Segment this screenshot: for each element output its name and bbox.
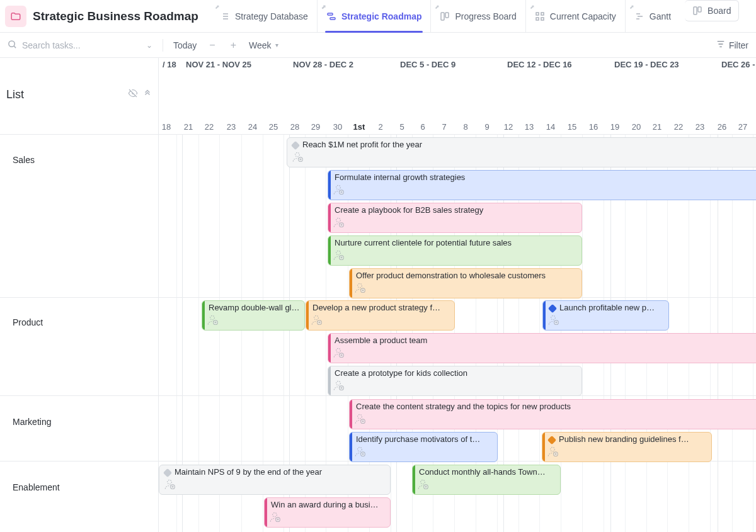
chevron-down-icon: ▾ — [275, 42, 278, 48]
svg-rect-9 — [698, 7, 701, 12]
timeline-icon — [326, 11, 336, 21]
milestone-icon — [547, 435, 556, 444]
day-header-cell: 16 — [585, 120, 602, 135]
assignee-add-icon[interactable] — [310, 314, 323, 328]
svg-point-27 — [336, 348, 341, 353]
group-label[interactable]: Marketing — [6, 407, 57, 432]
task-bar[interactable]: Conduct monthly all-hands Town… — [412, 465, 561, 495]
zoom-out-button[interactable]: − — [207, 40, 217, 51]
task-bar[interactable]: Launch profitable new p… — [542, 300, 669, 331]
assignee-add-icon[interactable] — [353, 412, 366, 427]
day-header-cell: 14 — [542, 120, 559, 135]
tab-gantt[interactable]: ⬈ Gantt — [625, 0, 680, 32]
week-header-cell: DEC 26 - — [718, 58, 756, 69]
week-header-cell: DEC 19 - DEC 23 — [610, 58, 718, 69]
svg-rect-3 — [445, 13, 449, 18]
tab-progress-board[interactable]: ⬈ Progress Board — [430, 0, 525, 32]
day-header-cell: 23 — [691, 120, 709, 135]
task-bar[interactable]: Develop a new product strategy f… — [306, 300, 455, 331]
assignee-add-icon[interactable] — [332, 249, 345, 263]
day-header-cell: 20 — [627, 120, 645, 135]
search-icon — [8, 40, 17, 51]
collapse-icon[interactable] — [143, 88, 152, 100]
task-bar[interactable]: Assemble a product team — [328, 333, 756, 363]
task-bar[interactable]: Nurture current clientele for potential … — [328, 235, 582, 266]
task-bar[interactable]: Publish new branding guidelines f… — [542, 432, 712, 462]
week-header-cell: DEC 5 - DEC 9 — [396, 58, 503, 69]
task-title: Formulate internal growth strategies — [335, 173, 465, 182]
bars-container: Reach $1M net profit for the yearFormula… — [159, 135, 756, 532]
assignee-add-icon[interactable] — [416, 478, 429, 492]
list-label: List — [6, 88, 24, 101]
assignee-add-icon[interactable] — [332, 183, 345, 198]
svg-point-23 — [314, 315, 319, 320]
tab-label: Progress Board — [455, 11, 516, 21]
weeks-header: / 18NOV 21 - NOV 25NOV 28 - DEC 2DEC 5 -… — [159, 58, 756, 73]
pin-icon: ⬈ — [215, 4, 220, 10]
task-bar[interactable]: Offer product demonstration to wholesale… — [349, 268, 582, 298]
task-bar[interactable]: Reach $1M net profit for the year — [287, 137, 756, 167]
assignee-add-icon[interactable] — [268, 511, 281, 525]
assignee-add-icon[interactable] — [332, 216, 345, 230]
svg-point-19 — [358, 283, 362, 288]
task-bar[interactable]: Revamp double-wall gl… — [202, 300, 305, 331]
week-header-cell: NOV 28 - DEC 2 — [289, 58, 396, 69]
task-bar[interactable]: Identify purchase motivators of t… — [349, 432, 498, 462]
day-header-cell: 19 — [606, 120, 624, 135]
grid-icon — [535, 11, 545, 21]
header-bar: Strategic Business Roadmap ⬈ Strategy Da… — [0, 0, 756, 33]
task-bar[interactable]: Create the content strategy and the topi… — [349, 399, 756, 429]
day-header-cell: 24 — [244, 120, 261, 135]
day-header-cell: 6 — [414, 120, 432, 135]
search-input[interactable] — [22, 40, 135, 50]
task-bar[interactable]: Create a playbook for B2B sales strategy — [328, 203, 582, 233]
day-header-cell: 21 — [180, 120, 197, 135]
tab-strategic-roadmap[interactable]: ⬈ Strategic Roadmap — [317, 0, 431, 32]
chevron-down-icon[interactable]: ⌄ — [146, 41, 152, 50]
svg-point-35 — [551, 447, 555, 451]
task-title: Identify purchase motivators of t… — [356, 434, 480, 444]
board-icon — [440, 11, 450, 21]
svg-point-33 — [358, 447, 362, 451]
tab-board[interactable]: Board — [685, 0, 739, 21]
task-title: Publish new branding guidelines f… — [559, 434, 689, 444]
task-bar[interactable]: Formulate internal growth strategies — [328, 170, 756, 200]
zoom-in-button[interactable]: + — [228, 40, 239, 51]
task-bar[interactable]: Win an award during a busi… — [264, 497, 391, 528]
toolbar: ⌄ Today − + Week ▾ Filter — [0, 33, 756, 58]
assignee-add-icon[interactable] — [332, 346, 345, 361]
svg-point-17 — [336, 251, 341, 255]
timeline-area[interactable]: / 18NOV 21 - NOV 25NOV 28 - DEC 2DEC 5 -… — [159, 58, 756, 532]
assignee-add-icon[interactable] — [547, 314, 559, 328]
group-label[interactable]: Sales — [6, 145, 41, 170]
tab-strategy-database[interactable]: ⬈ Strategy Database — [211, 0, 317, 32]
task-title: Nurture current clientele for potential … — [335, 238, 512, 247]
assignee-add-icon[interactable] — [291, 150, 304, 165]
today-button[interactable]: Today — [173, 40, 197, 50]
project-folder-icon[interactable] — [5, 6, 26, 27]
pin-icon: ⬈ — [530, 4, 535, 10]
assignee-add-icon[interactable] — [206, 314, 219, 328]
task-bar[interactable]: Create a prototype for kids collection — [328, 366, 582, 396]
group-label[interactable]: Product — [6, 307, 49, 332]
assignee-add-icon[interactable] — [546, 445, 559, 460]
hide-icon[interactable] — [128, 88, 138, 100]
tab-label: Strategic Roadmap — [341, 11, 422, 21]
day-header-cell: 7 — [435, 120, 453, 135]
gantt-icon — [634, 11, 644, 21]
assignee-add-icon[interactable] — [332, 379, 345, 393]
task-title: Reach $1M net profit for the year — [302, 140, 422, 149]
assignee-add-icon[interactable] — [353, 281, 366, 296]
day-header-cell: 13 — [520, 120, 538, 135]
range-dropdown[interactable]: Week ▾ — [249, 40, 278, 50]
filter-button[interactable]: Filter — [716, 40, 748, 50]
task-bar[interactable]: Maintain NPS of 9 by the end of the year — [159, 465, 391, 495]
assignee-add-icon[interactable] — [353, 445, 366, 460]
pin-icon: ⬈ — [629, 4, 634, 10]
group-label[interactable]: Enablement — [6, 472, 66, 497]
tab-current-capacity[interactable]: ⬈ Current Capacity — [525, 0, 625, 32]
assignee-add-icon[interactable] — [163, 478, 176, 492]
content-area: List SalesProductMarketingEnablement / 1… — [0, 58, 756, 532]
day-header-cell: 5 — [393, 120, 411, 135]
day-header-cell: 29 — [307, 120, 324, 135]
